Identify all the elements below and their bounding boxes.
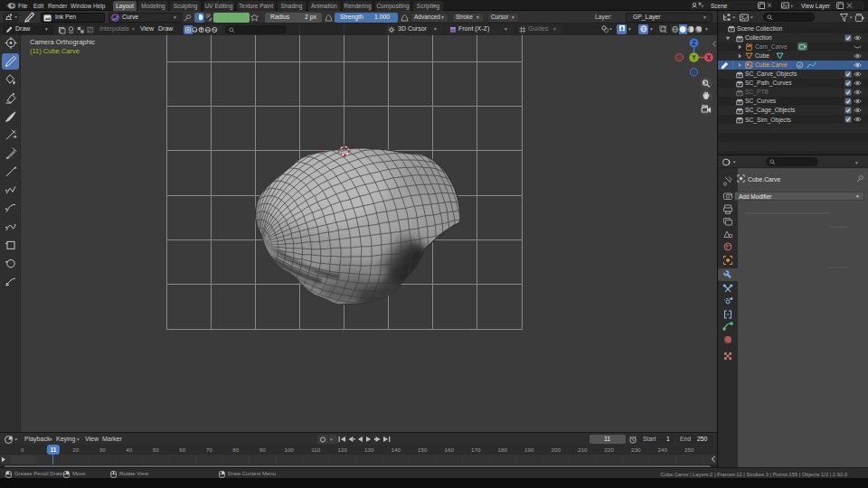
svg-text:Z: Z (693, 40, 696, 46)
svg-text:Y: Y (692, 54, 696, 61)
svg-text:X: X (707, 54, 712, 61)
